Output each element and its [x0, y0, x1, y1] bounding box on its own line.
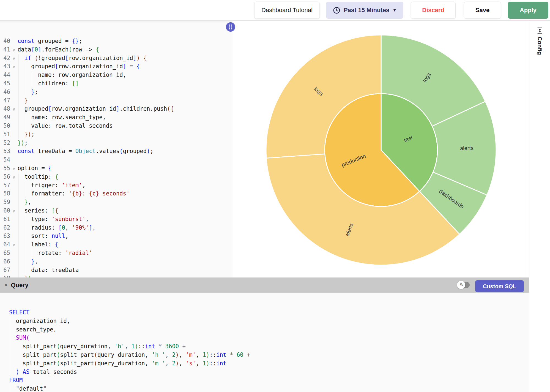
code-line[interactable]: 63 sort: null,: [0, 232, 232, 240]
code-line[interactable]: 58 formatter: '{b}: {c} seconds': [0, 189, 232, 198]
token: ,: [92, 224, 96, 231]
fx-toggle[interactable]: fx: [457, 281, 470, 289]
code-text: sort: null,: [18, 232, 69, 240]
code-line[interactable]: 64∨ label: {: [0, 240, 232, 249]
token: 'h': [114, 343, 125, 350]
indent-guide: [25, 240, 25, 249]
code-line[interactable]: 53const treeData = Object.values(grouped…: [0, 147, 232, 156]
token: (: [69, 46, 72, 53]
custom-sql-button[interactable]: Custom SQL: [475, 280, 524, 292]
fold-chevron-icon[interactable]: ∨: [10, 165, 18, 173]
code-line[interactable]: 45 children: []: [0, 79, 232, 88]
token: ,: [196, 360, 203, 367]
code-line[interactable]: 52});: [0, 139, 232, 147]
token: total_seconds: [29, 369, 77, 375]
code-line[interactable]: 56∨ tooltip: {: [0, 173, 232, 181]
token: ,: [179, 352, 186, 358]
token: ;: [24, 140, 28, 146]
indent-guide: [18, 54, 18, 62]
code-line[interactable]: search_type,: [9, 325, 529, 334]
code-line[interactable]: 43∨ grouped[row.organization_id] = {: [0, 62, 232, 71]
token: sort:: [18, 233, 51, 239]
code-line[interactable]: 50 value: row.total_seconds: [0, 122, 232, 130]
code-line[interactable]: "default": [9, 385, 529, 392]
code-line[interactable]: 46 };: [0, 88, 232, 96]
indent-guide: [25, 122, 25, 130]
token: {: [170, 105, 174, 112]
code-line[interactable]: SUM(: [9, 334, 529, 342]
code-line[interactable]: 55∨option = {: [0, 164, 232, 173]
time-range-dropdown[interactable]: Past 15 Minutes ▼: [326, 2, 403, 19]
token: [140, 55, 143, 61]
drag-dots-icon: [228, 24, 233, 30]
code-line[interactable]: 48∨ grouped[row.organization_id].childre…: [0, 105, 232, 113]
js-code-editor[interactable]: 40const grouped = {};41∨data[0].forEach(…: [0, 21, 232, 277]
code-line[interactable]: 57 trigger: 'item',: [0, 181, 232, 190]
fold-chevron-icon[interactable]: ∨: [10, 241, 18, 249]
code-line[interactable]: 61 type: 'sunburst',: [0, 215, 232, 224]
fold-chevron-icon[interactable]: ∨: [10, 55, 18, 63]
code-line[interactable]: 51 });: [0, 130, 232, 139]
code-line[interactable]: SELECT: [9, 308, 529, 317]
token: children:: [18, 80, 72, 87]
token: (: [57, 360, 60, 367]
token: ,: [65, 233, 69, 239]
line-number: 55: [0, 164, 10, 173]
code-line[interactable]: 60∨ series: [{: [0, 206, 232, 215]
fold-chevron-icon[interactable]: ∨: [10, 46, 18, 55]
code-text: tooltip: {: [18, 173, 58, 181]
token: .children.push: [119, 105, 167, 112]
apply-button[interactable]: Apply: [508, 2, 548, 19]
code-line[interactable]: FROM: [9, 376, 529, 385]
token: grouped: [123, 148, 147, 154]
token: [226, 352, 230, 358]
fold-chevron-icon[interactable]: ∨: [10, 105, 18, 114]
code-line[interactable]: 47 }: [0, 96, 232, 105]
code-line[interactable]: split_part(split_part(query_duration, 'h…: [9, 351, 529, 359]
dashboard-title-input[interactable]: Dashboard Tutorial: [254, 2, 320, 19]
code-line[interactable]: organization_id,: [9, 317, 529, 325]
token: tooltip:: [18, 173, 55, 180]
fold-chevron-icon[interactable]: ∨: [10, 207, 18, 216]
code-line[interactable]: 66 },: [0, 257, 232, 266]
token: split_part: [9, 343, 57, 350]
code-line[interactable]: 42∨ if (!grouped[row.organization_id]) {: [0, 54, 232, 62]
indent-guide: [10, 368, 10, 376]
code-line[interactable]: 54: [0, 156, 232, 164]
code-line[interactable]: split_part(split_part(query_duration, 'm…: [9, 359, 529, 368]
code-line[interactable]: 49 name: row.search_type,: [0, 113, 232, 122]
code-line[interactable]: 62 radius: [0, '90%'],: [0, 224, 232, 232]
token: const: [18, 38, 35, 44]
line-number: 66: [0, 257, 10, 266]
code-line[interactable]: 65 rotate: 'radial': [0, 249, 232, 257]
sql-editor[interactable]: SELECT organization_id, search_type, SUM…: [0, 293, 529, 392]
token: .values: [96, 148, 119, 154]
indent-guide: [18, 71, 18, 79]
token: ]: [38, 46, 41, 53]
config-tab[interactable]: Config: [529, 27, 550, 55]
code-text: grouped[row.organization_id].children.pu…: [18, 105, 174, 113]
line-number: 43: [0, 62, 10, 71]
token: Object: [75, 148, 96, 154]
sql-code-lines: SELECT organization_id, search_type, SUM…: [9, 308, 529, 392]
code-line[interactable]: 44 name: row.organization_id,: [0, 71, 232, 79]
code-line[interactable]: 41∨data[0].forEach(row => {: [0, 45, 232, 54]
code-line[interactable]: split_part(query_duration, 'h', 1)::int …: [9, 342, 529, 351]
code-line[interactable]: 67 data: treeData: [0, 266, 232, 274]
indent-guide: [10, 385, 10, 392]
code-text: series: [{: [18, 206, 58, 215]
token: 2: [172, 352, 175, 358]
code-line[interactable]: ) AS total_seconds: [9, 368, 529, 376]
code-line[interactable]: 59 },: [0, 198, 232, 206]
code-text: grouped[row.organization_id] = {: [18, 62, 140, 71]
save-button[interactable]: Save: [464, 2, 501, 19]
panel-drag-handle[interactable]: [226, 22, 235, 32]
line-number: 48: [0, 105, 10, 113]
collapse-query-icon[interactable]: ▾: [5, 283, 7, 288]
fold-chevron-icon[interactable]: ∨: [10, 63, 18, 71]
discard-button[interactable]: Discard: [411, 2, 456, 19]
fold-chevron-icon[interactable]: ∨: [10, 173, 18, 182]
token: [155, 343, 158, 350]
code-line[interactable]: 40const grouped = {};: [0, 37, 232, 45]
code-text: };: [18, 88, 38, 96]
